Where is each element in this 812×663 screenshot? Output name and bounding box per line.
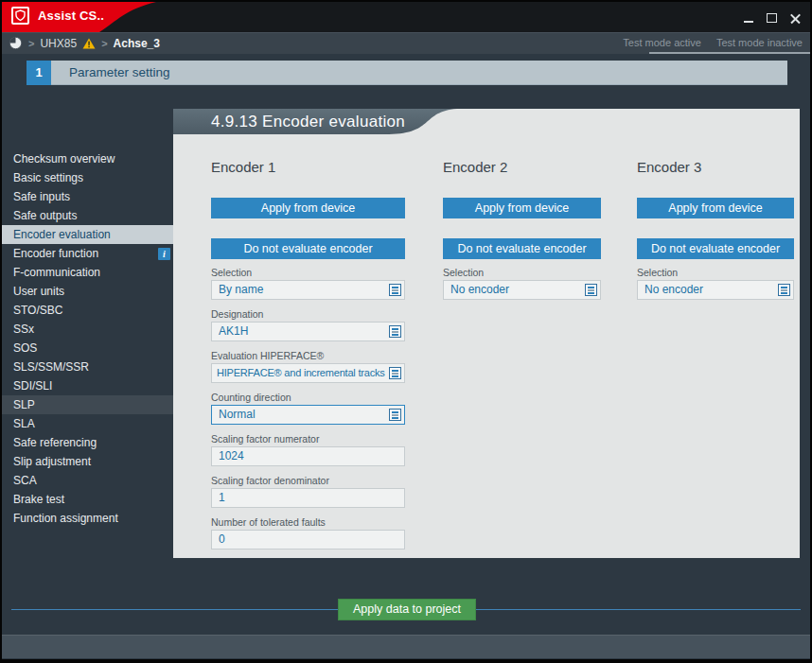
field-value: HIPERFACE® and incremental tracks xyxy=(212,364,404,382)
minimize-icon[interactable] xyxy=(744,21,753,23)
info-icon[interactable]: i xyxy=(158,248,170,260)
encoder-1-column: Encoder 1 Apply from device Do not evalu… xyxy=(211,109,405,558)
sidebar-item-sla[interactable]: SLA xyxy=(2,414,173,433)
field-label: Counting direction xyxy=(211,392,405,404)
sidebar-item-slp[interactable]: SLP xyxy=(2,395,173,414)
sidebar-item-sto-sbc[interactable]: STO/SBC xyxy=(2,301,173,320)
counting-direction-dropdown[interactable]: Normal xyxy=(211,405,405,425)
apply-from-device-button[interactable]: Apply from device xyxy=(637,198,794,218)
sidebar-item-function-assignment[interactable]: Function assignment xyxy=(2,509,173,528)
dropdown-list-icon[interactable] xyxy=(389,367,401,379)
selection-dropdown[interactable]: No encoder xyxy=(443,280,601,300)
test-mode-controls: Test mode active Test mode inactive xyxy=(623,32,803,52)
breadcrumb-separator: > xyxy=(101,38,107,49)
sidebar-item-sos[interactable]: SOS xyxy=(2,339,173,358)
field-block-designation: DesignationAK1H xyxy=(211,308,405,341)
encoder-fields: SelectionNo encoder xyxy=(443,267,601,308)
dropdown-list-icon[interactable] xyxy=(389,325,401,338)
sidebar-item-label: Checksum overview xyxy=(13,152,115,166)
field-label: Scaling factor denominator xyxy=(211,475,405,487)
field-block-number-of-tolerated-faults: Number of tolerated faults0 xyxy=(211,516,405,550)
sidebar-item-user-units[interactable]: User units xyxy=(2,282,173,301)
sidebar-item-label: SSx xyxy=(13,323,34,336)
encoder-fields: SelectionBy nameDesignationAK1HEvaluatio… xyxy=(211,267,405,558)
step-bar: 1 Parameter setting xyxy=(26,61,787,85)
sidebar-item-sls-ssm-ssr[interactable]: SLS/SSM/SSR xyxy=(2,358,173,376)
designation-dropdown[interactable]: AK1H xyxy=(211,322,405,341)
sidebar-item-safe-inputs[interactable]: Safe inputs xyxy=(2,187,173,206)
apply-data-to-project-button[interactable]: Apply data to project xyxy=(338,599,476,620)
sidebar-item-safe-outputs[interactable]: Safe outputs xyxy=(2,206,173,225)
sidebar-item-sdi-sli[interactable]: SDI/SLI xyxy=(2,376,173,395)
breadcrumb-separator: > xyxy=(28,38,34,49)
project-icon[interactable] xyxy=(9,36,23,50)
test-mode-inactive-button[interactable]: Test mode inactive xyxy=(716,37,803,48)
field-value: 1 xyxy=(212,489,404,507)
evaluation-hiperface-dropdown[interactable]: HIPERFACE® and incremental tracks xyxy=(211,363,405,383)
sidebar-item-brake-test[interactable]: Brake test xyxy=(2,490,173,509)
encoder-title: Encoder 3 xyxy=(637,159,701,175)
maximize-icon[interactable] xyxy=(767,13,777,23)
sidebar: Checksum overviewBasic settingsSafe inpu… xyxy=(2,149,173,528)
do-not-evaluate-encoder-button[interactable]: Do not evaluate encoder xyxy=(443,238,601,259)
field-block-selection: SelectionBy name xyxy=(211,267,405,300)
sidebar-item-sca[interactable]: SCA xyxy=(2,471,173,490)
field-label: Number of tolerated faults xyxy=(211,516,405,529)
sidebar-item-basic-settings[interactable]: Basic settings xyxy=(2,168,173,187)
sidebar-item-checksum-overview[interactable]: Checksum overview xyxy=(2,149,173,168)
scaling-factor-numerator-input[interactable]: 1024 xyxy=(211,446,405,466)
field-value: 1024 xyxy=(212,447,404,465)
sidebar-item-label: Brake test xyxy=(13,493,64,506)
sidebar-item-label: SDI/SLI xyxy=(13,379,52,393)
encoder-2-column: Encoder 2 Apply from device Do not evalu… xyxy=(443,109,601,558)
number-of-tolerated-faults-input[interactable]: 0 xyxy=(211,530,405,550)
sidebar-item-label: SLP xyxy=(13,398,35,411)
encoder-3-column: Encoder 3 Apply from device Do not evalu… xyxy=(637,109,794,558)
selection-dropdown[interactable]: No encoder xyxy=(637,280,794,300)
sidebar-item-encoder-function[interactable]: Encoder functioni xyxy=(2,244,173,263)
field-value: No encoder xyxy=(444,281,600,299)
sidebar-item-label: F-communication xyxy=(13,266,100,279)
apply-from-device-button[interactable]: Apply from device xyxy=(211,198,405,218)
app-title: Assist CS.. xyxy=(38,9,104,23)
close-icon[interactable] xyxy=(790,13,801,24)
dropdown-list-icon[interactable] xyxy=(389,409,401,421)
field-value: By name xyxy=(212,281,404,299)
field-block-counting-direction: Counting directionNormal xyxy=(211,392,405,425)
do-not-evaluate-encoder-button[interactable]: Do not evaluate encoder xyxy=(637,238,794,259)
field-block-scaling-factor-numerator: Scaling factor numerator1024 xyxy=(211,433,405,466)
sidebar-item-ssx[interactable]: SSx xyxy=(2,320,173,339)
breadcrumb-axis[interactable]: Achse_3 xyxy=(114,37,160,50)
sidebar-item-label: Slip adjustment xyxy=(13,455,91,468)
sidebar-item-label: Safe referencing xyxy=(13,436,97,449)
sidebar-item-label: Encoder evaluation xyxy=(13,228,111,241)
breadcrumb-bar: > UHX85 > Achse_3 Test mode active Test … xyxy=(2,32,810,54)
sidebar-item-f-communication[interactable]: F-communication xyxy=(2,263,173,282)
dropdown-list-icon[interactable] xyxy=(585,284,597,296)
scaling-factor-denominator-input[interactable]: 1 xyxy=(211,488,405,508)
dropdown-list-icon[interactable] xyxy=(778,284,790,296)
breadcrumb: > UHX85 > Achse_3 xyxy=(9,32,160,54)
sidebar-item-label: SCA xyxy=(13,474,37,487)
app-window: Assist CS.. > UHX85 > Achse_3 Te xyxy=(2,2,810,659)
field-label: Scaling factor numerator xyxy=(211,433,405,445)
sidebar-item-label: SLS/SSM/SSR xyxy=(13,360,89,374)
field-block-selection: SelectionNo encoder xyxy=(443,267,601,300)
apply-from-device-button[interactable]: Apply from device xyxy=(443,198,601,218)
sidebar-item-slip-adjustment[interactable]: Slip adjustment xyxy=(2,452,173,471)
field-label: Selection xyxy=(637,267,794,279)
sidebar-item-label: User units xyxy=(13,285,64,298)
sidebar-item-label: Encoder function xyxy=(13,247,98,260)
sidebar-item-encoder-evaluation[interactable]: Encoder evaluation xyxy=(2,225,173,244)
field-value: 0 xyxy=(212,531,404,549)
field-block-evaluation-hiperface: Evaluation HIPERFACE®HIPERFACE® and incr… xyxy=(211,350,405,383)
selection-dropdown[interactable]: By name xyxy=(211,280,405,300)
shield-icon xyxy=(14,9,26,22)
sidebar-item-label: Function assignment xyxy=(13,512,118,525)
do-not-evaluate-encoder-button[interactable]: Do not evaluate encoder xyxy=(211,238,405,259)
sidebar-item-safe-referencing[interactable]: Safe referencing xyxy=(2,433,173,452)
test-mode-active-button[interactable]: Test mode active xyxy=(623,37,701,48)
encoder-fields: SelectionNo encoder xyxy=(637,267,794,308)
dropdown-list-icon[interactable] xyxy=(389,284,401,296)
breadcrumb-device[interactable]: UHX85 xyxy=(40,37,77,50)
